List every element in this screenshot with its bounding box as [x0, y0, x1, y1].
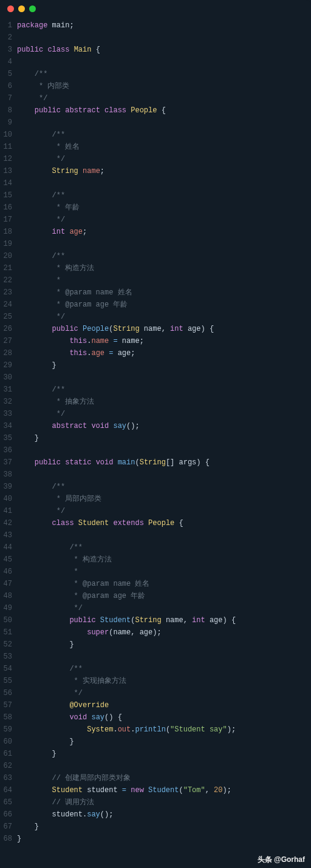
line-content: */ [17, 214, 311, 226]
line-content: this.age = age; [17, 347, 311, 359]
line-number: 40 [0, 493, 17, 505]
code-line: 60 } [0, 736, 311, 748]
code-line: 54 /** [0, 663, 311, 675]
line-number: 9 [0, 117, 17, 129]
line-number: 52 [0, 639, 17, 651]
line-content: * [17, 566, 311, 578]
line-number: 33 [0, 408, 17, 420]
line-content: */ [17, 505, 311, 517]
line-content: * @param age 年龄 [17, 590, 311, 602]
code-line: 55 * 实现抽象方法 [0, 675, 311, 687]
line-content: /** [17, 541, 311, 554]
line-content: * 实现抽象方法 [17, 675, 311, 687]
line-number: 66 [0, 809, 17, 821]
code-line: 65 // 调用方法 [0, 796, 311, 809]
code-line: 59 System.out.println("Student say"); [0, 724, 311, 736]
line-content [17, 651, 311, 663]
code-line: 58 void say() { [0, 711, 311, 724]
code-line: 16 * 年龄 [0, 202, 311, 214]
line-content: } [17, 736, 311, 748]
line-number: 4 [0, 56, 17, 68]
code-line: 43 [0, 529, 311, 541]
line-content: */ [17, 311, 311, 323]
close-icon[interactable] [7, 5, 14, 12]
line-content [17, 32, 311, 44]
line-content: */ [17, 153, 311, 165]
line-number: 22 [0, 274, 17, 287]
line-number: 64 [0, 784, 17, 796]
code-line: 36 [0, 444, 311, 456]
line-number: 60 [0, 736, 17, 748]
code-line: 39 /** [0, 481, 311, 493]
line-content: int age; [17, 226, 311, 238]
line-number: 42 [0, 517, 17, 529]
line-content: * @param name 姓名 [17, 287, 311, 299]
line-content: abstract void say(); [17, 420, 311, 432]
line-content: /** [17, 481, 311, 493]
line-number: 63 [0, 772, 17, 784]
line-number: 45 [0, 554, 17, 566]
line-content: * 局部内部类 [17, 493, 311, 505]
line-content: } [17, 432, 311, 444]
code-line: 47 * @param name 姓名 [0, 578, 311, 590]
line-number: 19 [0, 238, 17, 250]
code-line: 14 [0, 177, 311, 189]
code-area: 1package main;23public class Main {45 /*… [0, 17, 311, 851]
code-line: 17 */ [0, 214, 311, 226]
line-number: 27 [0, 335, 17, 347]
line-content: void say() { [17, 711, 311, 724]
code-line: 41 */ [0, 505, 311, 517]
line-number: 47 [0, 578, 17, 590]
code-line: 62 [0, 760, 311, 772]
code-line: 64 Student student = new Student("Tom", … [0, 784, 311, 796]
code-line: 3public class Main { [0, 44, 311, 56]
minimize-icon[interactable] [18, 5, 25, 12]
line-number: 67 [0, 821, 17, 833]
line-number: 12 [0, 153, 17, 165]
code-line: 18 int age; [0, 226, 311, 238]
line-content: * 构造方法 [17, 262, 311, 274]
line-content: */ [17, 602, 311, 614]
line-number: 55 [0, 675, 17, 687]
code-line: 66 student.say(); [0, 809, 311, 821]
code-line: 52 } [0, 639, 311, 651]
line-content: /** [17, 129, 311, 141]
code-line: 4 [0, 56, 311, 68]
code-line: 51 super(name, age); [0, 626, 311, 639]
line-content: @Override [17, 699, 311, 711]
line-number: 68 [0, 833, 17, 845]
line-content: /** [17, 384, 311, 396]
maximize-icon[interactable] [29, 5, 36, 12]
line-number: 15 [0, 189, 17, 202]
code-line: 34 abstract void say(); [0, 420, 311, 432]
code-line: 45 * 构造方法 [0, 554, 311, 566]
code-line: 12 */ [0, 153, 311, 165]
line-number: 65 [0, 796, 17, 809]
line-content: class Student extends People { [17, 517, 311, 529]
line-number: 57 [0, 699, 17, 711]
code-line: 26 public People(String name, int age) { [0, 323, 311, 335]
line-number: 50 [0, 614, 17, 626]
line-number: 26 [0, 323, 17, 335]
code-line: 22 * [0, 274, 311, 287]
line-number: 21 [0, 262, 17, 274]
code-line: 61 } [0, 748, 311, 760]
line-number: 59 [0, 724, 17, 736]
line-number: 53 [0, 651, 17, 663]
line-content [17, 529, 311, 541]
line-number: 35 [0, 432, 17, 444]
line-content: } [17, 833, 311, 845]
code-line: 40 * 局部内部类 [0, 493, 311, 505]
code-line: 24 * @param age 年龄 [0, 299, 311, 311]
code-line: 6 * 内部类 [0, 80, 311, 92]
line-number: 61 [0, 748, 17, 760]
watermark: 头条 @Gorhaf [0, 851, 311, 868]
line-content: Student student = new Student("Tom", 20)… [17, 784, 311, 796]
line-content: // 创建局部内部类对象 [17, 772, 311, 784]
line-number: 23 [0, 287, 17, 299]
line-content: public static void main(String[] args) { [17, 456, 311, 469]
line-content [17, 238, 311, 250]
line-number: 20 [0, 250, 17, 262]
line-number: 17 [0, 214, 17, 226]
line-number: 32 [0, 396, 17, 408]
